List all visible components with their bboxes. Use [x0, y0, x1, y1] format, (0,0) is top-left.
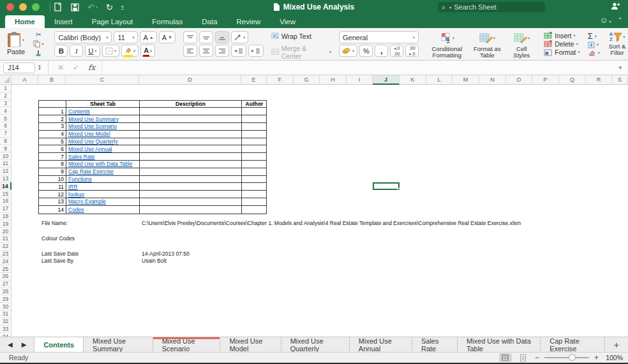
sheet-link-mixed-use-with-data-table[interactable]: Mixed Use with Data Table [68, 161, 132, 167]
font-color-button[interactable]: A ▾ [140, 45, 155, 57]
zoom-in-button[interactable]: + [594, 353, 599, 362]
sheet-link-mixed-use-quarterly[interactable]: Mixed Use Quarterly [68, 138, 117, 145]
sheet-tab-mixed-use-summary[interactable]: Mixed Use Summary [84, 337, 153, 352]
zoom-slider-knob[interactable] [569, 354, 576, 361]
column-header-P[interactable]: P [532, 75, 559, 85]
column-header-O[interactable]: O [506, 75, 532, 85]
row-header-16[interactable]: 16 [0, 198, 11, 205]
sheet-link-mixed-use-model[interactable]: Mixed Use Model [68, 131, 110, 137]
column-header-C[interactable]: C [66, 75, 139, 85]
column-header-M[interactable]: M [452, 75, 479, 85]
sheet-link-functions[interactable]: Functions [68, 176, 92, 182]
search-sheet-input[interactable]: ⌕ ▾ Search Sheet [438, 2, 545, 12]
author-cell[interactable] [242, 168, 267, 176]
description-cell[interactable] [140, 206, 242, 214]
column-header-F[interactable]: F [267, 75, 294, 85]
row-header-8[interactable]: 8 [0, 138, 11, 145]
row-header-32[interactable]: 32 [0, 318, 11, 326]
fill-color-button[interactable]: ▾ [121, 45, 138, 57]
row-header-14[interactable]: 14 [0, 182, 11, 190]
align-left-button[interactable] [183, 45, 197, 57]
increase-indent-button[interactable]: ▸ [248, 45, 264, 57]
sheet-link-mixed-use-annual[interactable]: Mixed Use Annual [68, 146, 112, 152]
cut-button[interactable]: ✂ [30, 30, 47, 39]
percent-format-button[interactable]: % [359, 45, 373, 57]
enter-icon[interactable]: ✓ [73, 63, 79, 72]
minimize-window-button[interactable] [19, 3, 27, 11]
sheet-link-contents[interactable]: Contents [68, 108, 90, 115]
column-header-S[interactable]: S [612, 75, 628, 85]
row-header-12[interactable]: 12 [0, 168, 11, 175]
currency-format-button[interactable]: ▾ [339, 45, 357, 57]
column-header-Q[interactable]: Q [559, 75, 586, 85]
row-header-21[interactable]: 21 [0, 235, 11, 243]
fill-handle[interactable] [398, 188, 400, 191]
add-sheet-button[interactable]: + [605, 337, 628, 352]
row-header-2[interactable]: 2 [0, 92, 11, 100]
author-cell[interactable] [242, 198, 267, 206]
description-cell[interactable] [140, 153, 242, 161]
row-header-31[interactable]: 31 [0, 310, 11, 318]
sheet-link-mixed-use-scenario[interactable]: Mixed Use Scenario [68, 123, 117, 129]
row-header-1[interactable]: 1 [0, 85, 11, 92]
decrease-font-size-button[interactable]: A▼ [159, 31, 176, 43]
column-header-A[interactable]: A [11, 75, 38, 85]
clear-button[interactable]: ▾ [588, 49, 600, 57]
ribbon-tab-formulas[interactable]: Formulas [142, 15, 192, 28]
row-header-6[interactable]: 6 [0, 122, 11, 130]
paste-button[interactable]: ▾ Paste [4, 33, 27, 56]
undo-icon[interactable]: ↶▾ [87, 3, 98, 11]
row-header-18[interactable]: 18 [0, 213, 11, 221]
column-header-G[interactable]: G [294, 75, 320, 85]
new-workbook-icon[interactable] [54, 3, 63, 11]
description-cell[interactable] [140, 198, 242, 206]
format-painter-button[interactable] [30, 49, 47, 58]
sort-filter-button[interactable]: AZ ▾ Sort & Filter [604, 31, 628, 57]
number-format-select[interactable]: General▾ [339, 31, 419, 43]
sheet-tab-contents[interactable]: Contents [34, 337, 84, 352]
description-cell[interactable] [140, 176, 242, 184]
row-header-3[interactable]: 3 [0, 100, 11, 108]
row-header-22[interactable]: 22 [0, 243, 11, 251]
author-cell[interactable] [242, 123, 267, 131]
row-header-33[interactable]: 33 [0, 326, 11, 333]
column-header-H[interactable]: H [320, 75, 347, 85]
ribbon-tab-insert[interactable]: Insert [45, 15, 82, 28]
sheet-link-codes[interactable]: Codes [68, 207, 84, 213]
sheet-tab-mixed-use-with-data-table[interactable]: Mixed Use with Data Table [458, 337, 541, 352]
description-cell[interactable] [140, 115, 242, 123]
name-box[interactable]: J14 [3, 62, 35, 73]
share-person-add-icon[interactable] [611, 2, 620, 12]
sheet-link-sales-rate[interactable]: Sales Rate [68, 154, 95, 160]
description-cell[interactable] [140, 168, 242, 176]
align-middle-button[interactable] [199, 31, 213, 43]
author-cell[interactable] [242, 206, 267, 214]
author-cell[interactable] [242, 176, 267, 184]
close-window-button[interactable] [6, 3, 14, 11]
sheet-tab-mixed-use-model[interactable]: Mixed Use Model [220, 337, 281, 352]
sheet-link-cap-rate-exercise[interactable]: Cap Rate Exercise [68, 168, 114, 175]
comma-format-button[interactable]: , [375, 45, 388, 57]
cancel-icon[interactable]: ✕ [57, 63, 64, 72]
format-cells-button[interactable]: Format▾ [544, 48, 580, 57]
previous-sheet-icon[interactable]: ◀ [8, 341, 13, 348]
save-icon[interactable] [71, 3, 79, 11]
description-cell[interactable] [140, 161, 242, 168]
column-header-J[interactable]: J [373, 75, 400, 85]
copy-button[interactable]: ▾ [30, 40, 47, 48]
font-size-select[interactable]: 11▾ [114, 31, 138, 43]
description-cell[interactable] [140, 191, 242, 198]
row-header-26[interactable]: 26 [0, 273, 11, 280]
page-layout-view-button[interactable] [517, 353, 530, 362]
author-cell[interactable] [242, 138, 267, 146]
sheet-tab-mixed-use-scenario[interactable]: Mixed Use Scenario [153, 337, 221, 352]
author-cell[interactable] [242, 191, 267, 198]
align-bottom-button[interactable] [215, 31, 229, 43]
sheet-tab-mixed-use-quarterly[interactable]: Mixed Use Quarterly [281, 337, 350, 352]
align-top-button[interactable] [183, 31, 197, 43]
collapse-ribbon-icon[interactable]: ⌃ [618, 17, 623, 24]
row-header-9[interactable]: 9 [0, 145, 11, 152]
delete-cells-button[interactable]: Delete▾ [544, 40, 580, 48]
row-header-19[interactable]: 19 [0, 220, 11, 228]
author-cell[interactable] [242, 161, 267, 168]
